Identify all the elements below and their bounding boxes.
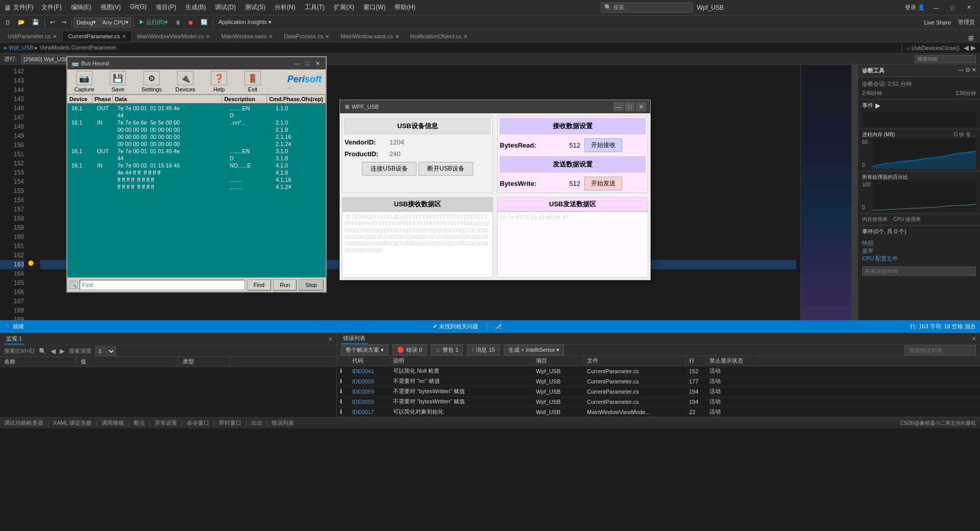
search-icon[interactable]: 🔍	[39, 348, 46, 355]
restart-btn[interactable]: 🔄	[198, 18, 211, 27]
wpf-minimize-btn[interactable]: —	[614, 102, 624, 111]
error-search-input[interactable]	[904, 345, 976, 355]
info-filter-btn[interactable]: ℹ 消息 15	[467, 345, 499, 355]
snapshots-link[interactable]: 快照	[862, 239, 976, 247]
menu-edit[interactable]: 编辑(E)	[67, 2, 95, 13]
bottom-tool-command[interactable]: 命令窗口	[187, 419, 209, 427]
intellisense-filter-btn[interactable]: 生成 + IntelliSense ▾	[504, 345, 564, 355]
cpu-dropdown[interactable]: Any CPU▾	[100, 17, 131, 28]
error-row-1[interactable]: ℹ IDE0059 不需要对 "ec" 赋值 Wpf_USB CurrentPa…	[337, 376, 980, 387]
bottom-tool-breakpoints[interactable]: 断点	[134, 419, 145, 427]
wpf-usb-dialog[interactable]: 🖥 WPF_USB — □ ✕ USB设备信息 VendorID: 1204 P…	[339, 100, 651, 280]
tab-close-mainwindowviewmodel[interactable]: ✕	[206, 34, 210, 39]
tab-close-mainwindow-cs[interactable]: ✕	[395, 34, 399, 39]
live-share-btn[interactable]: Live Share	[921, 18, 954, 27]
open-btn[interactable]: 📂	[15, 18, 28, 27]
error-tab[interactable]: 错误列表	[341, 333, 368, 344]
run-btn[interactable]: ▶ 运行(R)▾	[136, 17, 171, 27]
menu-view[interactable]: 视图(V)	[96, 2, 125, 13]
nav-back-btn[interactable]: ◀	[964, 44, 969, 52]
bh-capture-btn[interactable]: 📷 Capture	[71, 71, 97, 92]
nav-forward-btn[interactable]: ▶	[971, 44, 976, 52]
manage-btn[interactable]: 管理贡	[955, 17, 978, 27]
error-row-0[interactable]: ℹ IDE0041 可以简化 Null 检查 Wpf_USB CurrentPa…	[337, 366, 980, 376]
bh-settings-btn[interactable]: ⚙ Settings	[139, 71, 164, 92]
maximize-btn[interactable]: □	[945, 3, 960, 13]
debug-mode-dropdown[interactable]: Debug▾	[74, 17, 99, 28]
diag-collapse-btn[interactable]: —	[959, 67, 964, 73]
search-filter-input[interactable]	[862, 267, 976, 276]
menu-debug[interactable]: 调试(D)	[211, 2, 240, 13]
warn-filter-btn[interactable]: ⚠ 警告 1	[431, 345, 463, 355]
bus-hound-maximize-btn[interactable]: □	[303, 59, 311, 67]
diag-close-btn[interactable]: ✕	[972, 67, 976, 73]
menu-analyze[interactable]: 分析(N)	[271, 2, 300, 13]
tab-dataprocess[interactable]: DataProcess.cs ✕	[278, 31, 335, 42]
tab-close-mainwindow-xaml[interactable]: ✕	[268, 34, 273, 39]
tab-close-usbparameter[interactable]: ✕	[53, 34, 57, 39]
tab-close-currentparameter[interactable]: ✕	[122, 34, 126, 39]
tab-notificationobject[interactable]: NotificationObject.cs ✕	[405, 31, 473, 42]
menu-file[interactable]: 文件(F)	[37, 2, 65, 13]
bottom-tool-errorlist[interactable]: 错误列表	[272, 419, 294, 427]
save-btn[interactable]: 💾	[29, 18, 42, 27]
tab-currentparameter[interactable]: CurrentParameter.cs ✕	[62, 31, 131, 42]
run-btn[interactable]: Run	[273, 279, 297, 291]
bottom-tool-exceptions[interactable]: 异常设置	[155, 419, 177, 427]
diag-dock-btn[interactable]: ⊡	[966, 67, 970, 73]
undo-btn[interactable]: ↩	[47, 18, 58, 27]
bottom-tool-debug[interactable]: 调试功能检查器	[4, 419, 43, 427]
bh-save-btn[interactable]: 💾 Save	[105, 71, 131, 92]
menu-tools[interactable]: 工具(T)	[301, 2, 329, 13]
solution-filter-btn[interactable]: 整个解决方案 ▾	[341, 345, 388, 355]
bh-help-btn[interactable]: ❓ Help	[206, 71, 232, 92]
events-play-btn[interactable]: ▶	[875, 102, 880, 109]
disconnect-usb-btn[interactable]: 断开USB设备	[419, 162, 473, 176]
stop-btn[interactable]: Stop	[299, 279, 324, 291]
error-row-3[interactable]: ℹ IDE0059 不需要对 "bytesWritten" 赋值 Wpf_USB…	[337, 397, 980, 407]
find-input[interactable]	[80, 280, 245, 290]
bottom-tool-immediate[interactable]: 即时窗口	[219, 419, 241, 427]
rate-link[interactable]: 速率	[862, 247, 976, 255]
tab-close-notificationobject[interactable]: ✕	[463, 34, 468, 39]
bus-hound-data[interactable]: 16.1 OUT 7e 7e 00 01 01 01 45 4e .......…	[67, 104, 326, 277]
insights-btn[interactable]: Application Insights ▾	[215, 18, 275, 27]
nav-prev-btn[interactable]: ◀	[51, 347, 56, 355]
bus-hound-dialog[interactable]: 🚌 Bus Hound — □ ✕ 📷 Capture 💾 Save ⚙ Set…	[66, 56, 327, 293]
error-row-2[interactable]: ℹ IDE0059 不需要对 "bytesWritten" 赋值 Wpf_USB…	[337, 387, 980, 397]
bottom-tool-xaml[interactable]: XAML 绑定失败	[53, 419, 92, 427]
error-row-4[interactable]: ℹ IDE0017 可以简化对象初始化 Wof_USB MainWindowVi…	[337, 407, 980, 417]
tab-mainwindowviewmodel[interactable]: MainWindowViewModel.cs ✕	[132, 31, 216, 42]
bh-devices-btn[interactable]: 🔌 Devices	[173, 71, 198, 92]
redo-btn[interactable]: ↪	[59, 18, 69, 27]
error-filter-btn[interactable]: 🔴 错误 0	[393, 345, 427, 355]
bottom-tool-output[interactable]: 出出	[251, 419, 262, 427]
nav-next-btn[interactable]: ▶	[60, 347, 65, 355]
watch-tab[interactable]: 监视 1	[4, 334, 24, 345]
connect-usb-btn[interactable]: 连接USB设备	[362, 162, 416, 176]
menu-build[interactable]: 生成(B)	[181, 2, 210, 13]
pause-btn[interactable]: ⏸	[172, 18, 184, 27]
cpu-config-link[interactable]: CPU 配置文件	[862, 255, 976, 262]
menu-git[interactable]: Git(G)	[126, 2, 151, 13]
minimize-btn[interactable]: —	[929, 3, 943, 13]
menu-test[interactable]: 测试(S)	[241, 2, 270, 13]
menu-project[interactable]: 项目(P)	[152, 2, 180, 13]
tab-usbparameter[interactable]: UsbParameter.cs ✕	[2, 31, 62, 42]
wpf-close-btn[interactable]: ✕	[636, 102, 646, 111]
search-depth-select[interactable]: 3	[95, 347, 116, 356]
vertical-scrollbar[interactable]	[851, 65, 857, 320]
bottom-tool-callstack[interactable]: 调用堆栈	[102, 419, 124, 427]
debug-search[interactable]: 搜搜功能	[915, 55, 976, 63]
error-close-btn[interactable]: ✕	[972, 336, 976, 342]
menu-window[interactable]: 窗口(W)	[359, 2, 389, 13]
close-btn[interactable]: ✕	[962, 3, 976, 13]
menu-ext[interactable]: 扩展(X)	[330, 2, 358, 13]
bus-hound-close-btn[interactable]: ✕	[313, 59, 322, 67]
stop-btn[interactable]: ⏹	[185, 18, 197, 27]
menu-help[interactable]: 帮助(H)	[390, 2, 420, 13]
tab-mainwindow-xaml[interactable]: MainWindow.xaml ✕	[215, 31, 278, 42]
bh-exit-btn[interactable]: 🚪 Exit	[240, 71, 265, 92]
watch-close-btn[interactable]: ✕	[328, 336, 332, 342]
start-send-btn[interactable]: 开始发送	[584, 177, 622, 190]
